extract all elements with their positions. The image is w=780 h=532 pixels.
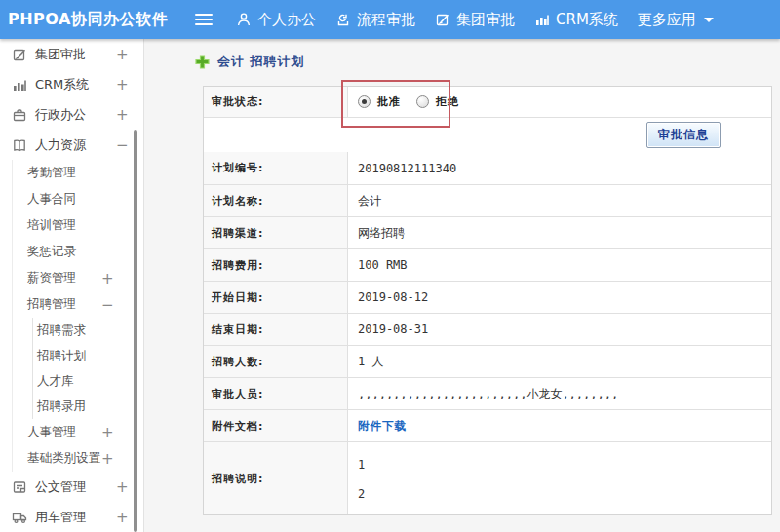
- sidebar-item-rewards[interactable]: 奖惩记录: [0, 239, 143, 265]
- field-value: 2019-08-31: [358, 323, 428, 336]
- edit-square-icon: [435, 12, 450, 27]
- sidebar-scrollbar[interactable]: [134, 130, 137, 532]
- nav-item-crm[interactable]: CRM系统: [534, 11, 618, 29]
- expand-plus-icon[interactable]: +: [116, 478, 129, 496]
- sidebar-item-label: 用车管理: [35, 509, 86, 526]
- field-value: 100 RMB: [358, 258, 408, 272]
- book-icon: [12, 137, 27, 153]
- sidebar-item-base-category[interactable]: 基础类别设置+: [0, 445, 143, 472]
- approval-status-radio-group: 批准拒绝: [358, 95, 475, 109]
- sidebar-item-personnel[interactable]: 人事管理+: [0, 419, 143, 445]
- field-label: 结束日期:: [204, 314, 348, 345]
- expand-plus-icon[interactable]: +: [101, 450, 114, 468]
- nav-item-label: CRM系统: [556, 11, 618, 29]
- sidebar-item-crm-system[interactable]: CRM系统+: [0, 69, 143, 99]
- nav-item-label: 流程审批: [357, 11, 415, 29]
- sidebar-item-label: CRM系统: [35, 76, 89, 94]
- bar-chart-icon: [534, 12, 550, 27]
- sidebar-item-attendance[interactable]: 考勤管理: [0, 160, 143, 186]
- field-value: 网络招聘: [358, 225, 405, 242]
- nav-item-group[interactable]: 集团审批: [435, 11, 515, 29]
- form-row-channel: 招聘渠道:网络招聘: [204, 216, 771, 248]
- form-row-plan-name: 计划名称:会计: [204, 184, 771, 216]
- field-value: 会计: [358, 193, 381, 209]
- field-label: 招聘渠道:: [204, 217, 348, 248]
- form-row-description: 招聘说明:12: [204, 441, 771, 514]
- field-label: 招聘人数:: [204, 346, 348, 377]
- form-row-end-date: 结束日期:2019-08-31: [204, 313, 771, 345]
- sidebar-item-label: 人事管理: [27, 424, 76, 440]
- sidebar-item-label: 人事合同: [27, 191, 76, 208]
- field-label: 附件文档:: [204, 410, 348, 441]
- sidebar-item-label: 奖惩记录: [27, 244, 76, 260]
- nav-item-label: 个人办公: [257, 11, 316, 29]
- sidebar-item-recruit-plan[interactable]: 招聘计划: [0, 343, 143, 368]
- expand-plus-icon[interactable]: +: [116, 106, 129, 124]
- collapse-minus-icon[interactable]: −: [116, 136, 129, 154]
- field-value-cell: 100 RMB: [348, 249, 771, 281]
- sidebar-item-doc-manage[interactable]: 公文管理+: [0, 472, 143, 502]
- nav-item-more-apps[interactable]: 更多应用: [638, 11, 714, 29]
- expand-plus-icon[interactable]: +: [116, 46, 129, 63]
- sidebar-item-label: 人力资源: [35, 136, 86, 154]
- main-content: 会计 招聘计划 审批状态: 批准拒绝 审批信息 计划编号:20190812111…: [144, 39, 780, 532]
- form-row-plan-no: 计划编号:20190812111340: [204, 152, 771, 184]
- sidebar-item-talent-pool[interactable]: 人才库: [0, 368, 143, 394]
- caret-down-icon: [704, 18, 714, 22]
- truck-icon: [12, 510, 27, 525]
- approval-status-label: 审批状态:: [204, 87, 348, 117]
- field-label: 招聘费用:: [204, 249, 348, 281]
- page-title-text: 会计 招聘计划: [217, 53, 305, 70]
- hamburger-menu-icon[interactable]: [195, 14, 213, 25]
- form-row-approvers: 审批人员:,,,,,,,,,,,,,,,,,,,,,,,,小龙女,,,,,,,,: [204, 377, 771, 409]
- expand-plus-icon[interactable]: +: [101, 424, 114, 441]
- field-value-cell: ,,,,,,,,,,,,,,,,,,,,,,,,小龙女,,,,,,,,: [348, 378, 771, 409]
- sidebar-item-salary[interactable]: 薪资管理+: [0, 265, 143, 291]
- field-label: 开始日期:: [204, 282, 348, 313]
- sidebar-item-recruit[interactable]: 招聘管理−: [0, 291, 143, 318]
- sidebar-item-training[interactable]: 培训管理: [0, 212, 143, 239]
- radio-label: 拒绝: [436, 95, 459, 109]
- green-plus-icon: [195, 55, 210, 69]
- sidebar-item-label: 招聘计划: [37, 348, 86, 364]
- sidebar-item-label: 集团审批: [35, 46, 86, 63]
- nav-menu: 个人办公流程审批集团审批CRM系统更多应用: [195, 0, 733, 39]
- recruitment-plan-form: 审批状态: 批准拒绝 审批信息 计划编号:20190812111340计划名称:…: [203, 86, 772, 515]
- nav-item-label: 集团审批: [456, 11, 515, 29]
- sidebar-item-recruit-hire[interactable]: 招聘录用: [0, 394, 143, 419]
- expand-plus-icon[interactable]: +: [116, 76, 129, 94]
- sidebar-item-label: 招聘管理: [27, 296, 76, 313]
- nav-item-label: 更多应用: [638, 11, 696, 29]
- field-value-cell: 会计: [348, 185, 771, 216]
- field-label: 计划编号:: [204, 152, 348, 184]
- attachment-download-link[interactable]: 附件下载: [358, 419, 407, 434]
- sidebar-item-label: 基础类别设置: [27, 450, 100, 467]
- sidebar-item-hr[interactable]: 人力资源−: [0, 130, 143, 160]
- briefcase-icon: [12, 107, 27, 123]
- approval-info-button[interactable]: 审批信息: [646, 122, 721, 148]
- sidebar-item-group-approval[interactable]: 集团审批+: [0, 39, 143, 69]
- radio-拒绝[interactable]: [416, 95, 429, 108]
- field-label: 计划名称:: [204, 185, 348, 216]
- sidebar-item-vehicle-manage[interactable]: 用车管理+: [0, 502, 143, 532]
- radio-label: 批准: [377, 95, 401, 109]
- field-value: ,,,,,,,,,,,,,,,,,,,,,,,,小龙女,,,,,,,,: [358, 386, 618, 402]
- sidebar-item-admin-office[interactable]: 行政办公+: [0, 99, 143, 130]
- radio-批准[interactable]: [358, 95, 370, 108]
- edit-square-icon: [12, 47, 27, 62]
- field-value-cell: 20190812111340: [348, 152, 771, 184]
- field-value-cell: 2019-08-12: [348, 282, 771, 313]
- nav-item-process[interactable]: 流程审批: [335, 11, 415, 29]
- sidebar-item-label: 行政办公: [35, 106, 86, 124]
- expand-plus-icon[interactable]: +: [101, 270, 114, 287]
- field-label: 审批人员:: [204, 378, 348, 409]
- expand-plus-icon[interactable]: +: [116, 509, 129, 526]
- nav-item-personal[interactable]: 个人办公: [236, 11, 316, 29]
- sidebar: 集团审批+CRM系统+行政办公+人力资源−考勤管理人事合同培训管理奖惩记录薪资管…: [0, 39, 144, 532]
- form-row-headcount: 招聘人数:1 人: [204, 345, 771, 377]
- collapse-minus-icon[interactable]: −: [101, 296, 114, 314]
- page-title: 会计 招聘计划: [195, 53, 305, 70]
- sidebar-item-hr-contract[interactable]: 人事合同: [0, 186, 143, 212]
- sidebar-item-recruit-demand[interactable]: 招聘需求: [0, 318, 143, 343]
- form-row-attachment: 附件文档:附件下载: [204, 409, 771, 441]
